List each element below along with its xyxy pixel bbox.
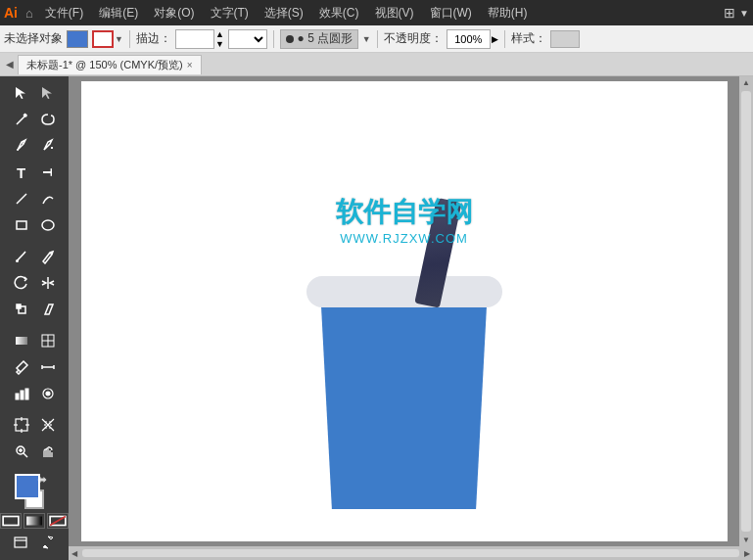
svg-rect-17 xyxy=(21,391,24,399)
menu-type[interactable]: 文字(T) xyxy=(203,0,257,25)
pen-tool-button[interactable] xyxy=(9,133,34,159)
brush-dot xyxy=(286,35,294,43)
stroke-color-swatch[interactable] xyxy=(92,30,114,48)
workspace-dropdown-icon[interactable]: ▼ xyxy=(739,8,749,19)
gradient-mode-button[interactable] xyxy=(24,513,45,529)
hand-tool-button[interactable] xyxy=(35,439,61,464)
direct-selection-tool-button[interactable] xyxy=(35,80,61,106)
color-mode-icons xyxy=(0,513,69,529)
vertical-scrollbar[interactable]: ▲ ▼ xyxy=(739,76,753,546)
svg-rect-3 xyxy=(17,221,26,229)
tab-title: 未标题-1* @ 150% (CMYK/预览) xyxy=(26,58,183,72)
menu-bar: 文件(F) 编辑(E) 对象(O) 文字(T) 选择(S) 效果(C) 视图(V… xyxy=(37,0,536,25)
arc-tool-button[interactable] xyxy=(35,186,61,211)
stroke-up-icon[interactable]: ▲▼ xyxy=(215,29,224,49)
line-tool-button[interactable] xyxy=(9,186,34,211)
zoom-tool-button[interactable] xyxy=(9,439,34,464)
stroke-unit-select[interactable] xyxy=(228,29,267,49)
main-layout: T T xyxy=(0,76,753,560)
rectangle-tool-button[interactable] xyxy=(9,212,34,238)
tool-row-10 xyxy=(9,328,61,353)
menu-help[interactable]: 帮助(H) xyxy=(480,0,536,25)
menu-object[interactable]: 对象(O) xyxy=(146,0,202,25)
document-tab[interactable]: 未标题-1* @ 150% (CMYK/预览) × xyxy=(18,55,202,74)
shear-tool-button[interactable] xyxy=(35,297,61,322)
color-swatch-pair xyxy=(15,474,54,509)
tool-row-5 xyxy=(9,186,61,211)
none-mode-button[interactable] xyxy=(47,513,69,529)
stroke-dropdown-icon[interactable]: ▼ xyxy=(115,34,123,44)
tool-row-12 xyxy=(9,381,61,406)
opacity-arrow-icon[interactable]: ▶ xyxy=(492,34,498,44)
add-anchor-tool-button[interactable] xyxy=(35,133,61,159)
menu-window[interactable]: 窗口(W) xyxy=(422,0,480,25)
svg-rect-9 xyxy=(16,337,27,345)
pencil-tool-button[interactable] xyxy=(35,244,61,269)
toggle-visibility-button[interactable] xyxy=(35,533,61,552)
brush-label: ● 5 点圆形 xyxy=(298,30,353,47)
magic-wand-tool-button[interactable] xyxy=(9,107,34,132)
menu-file[interactable]: 文件(F) xyxy=(37,0,91,25)
scroll-down-arrow[interactable]: ▼ xyxy=(740,534,752,546)
artboard: 软件自学网 WWW.RJZXW.COM xyxy=(81,81,728,541)
horizontal-scrollbar[interactable]: ◀ ▶ xyxy=(69,546,753,560)
tool-row-1 xyxy=(9,80,61,106)
tab-scroll-left-icon[interactable]: ◀ xyxy=(6,59,14,70)
scroll-left-arrow[interactable]: ◀ xyxy=(69,548,80,559)
fill-color-swatch[interactable] xyxy=(67,30,88,48)
slice-tool-button[interactable] xyxy=(35,412,61,438)
svg-rect-35 xyxy=(15,537,26,547)
tool-row-13 xyxy=(9,412,61,438)
workspace-icon[interactable]: ⊞ xyxy=(724,5,735,21)
type-tool-button[interactable]: T xyxy=(9,160,34,185)
brush-dropdown-icon[interactable]: ▼ xyxy=(362,34,371,44)
color-swatches-area xyxy=(0,470,69,556)
rotate-tool-button[interactable] xyxy=(9,270,34,296)
mesh-tool-button[interactable] xyxy=(35,328,61,353)
paintbrush-tool-button[interactable] xyxy=(9,244,34,269)
symbol-sprayer-tool-button[interactable] xyxy=(35,381,61,406)
home-icon[interactable]: ⌂ xyxy=(25,6,33,21)
tab-bar: ◀ 未标题-1* @ 150% (CMYK/预览) × xyxy=(0,53,753,76)
scroll-track-vertical[interactable] xyxy=(741,91,751,532)
svg-point-0 xyxy=(24,115,26,117)
scale-tool-button[interactable] xyxy=(9,297,34,322)
scroll-track-horizontal[interactable] xyxy=(82,549,739,557)
trash-body xyxy=(314,303,494,509)
scroll-up-arrow[interactable]: ▲ xyxy=(740,76,752,89)
lasso-tool-button[interactable] xyxy=(35,107,61,132)
menu-select[interactable]: 选择(S) xyxy=(257,0,311,25)
color-mode-button[interactable] xyxy=(0,513,22,529)
ellipse-tool-button[interactable] xyxy=(35,212,61,238)
change-screen-mode-button[interactable] xyxy=(8,533,33,552)
gradient-tool-button[interactable] xyxy=(9,328,34,353)
artboard-tool-button[interactable] xyxy=(9,412,34,438)
vertical-type-tool-button[interactable]: T xyxy=(35,160,61,185)
svg-line-28 xyxy=(24,453,27,457)
canvas-container: 软件自学网 WWW.RJZXW.COM xyxy=(69,76,753,560)
svg-point-1 xyxy=(17,149,19,151)
swap-colors-icon[interactable] xyxy=(36,474,48,486)
trash-can-group xyxy=(306,188,502,462)
scroll-right-arrow[interactable]: ▶ xyxy=(741,548,753,559)
svg-rect-31 xyxy=(3,517,19,526)
reflect-tool-button[interactable] xyxy=(35,270,61,296)
svg-rect-18 xyxy=(25,389,28,399)
style-preview[interactable] xyxy=(550,30,580,48)
menu-edit[interactable]: 编辑(E) xyxy=(91,0,146,25)
menu-effect[interactable]: 效果(C) xyxy=(311,0,367,25)
tool-row-9 xyxy=(9,297,61,322)
svg-rect-32 xyxy=(26,517,42,526)
trash-can-illustration xyxy=(306,188,502,462)
selection-tool-button[interactable] xyxy=(9,80,34,106)
eyedropper-tool-button[interactable] xyxy=(9,354,34,380)
stroke-value-input[interactable] xyxy=(175,29,214,49)
chart-tool-button[interactable] xyxy=(9,381,34,406)
tab-close-button[interactable]: × xyxy=(187,60,193,70)
measure-tool-button[interactable] xyxy=(35,354,61,380)
svg-line-34 xyxy=(50,517,66,526)
trash-lid xyxy=(306,276,502,307)
menu-view[interactable]: 视图(V) xyxy=(367,0,422,25)
opacity-input[interactable] xyxy=(447,29,491,49)
canvas-area[interactable]: 软件自学网 WWW.RJZXW.COM xyxy=(69,76,739,546)
